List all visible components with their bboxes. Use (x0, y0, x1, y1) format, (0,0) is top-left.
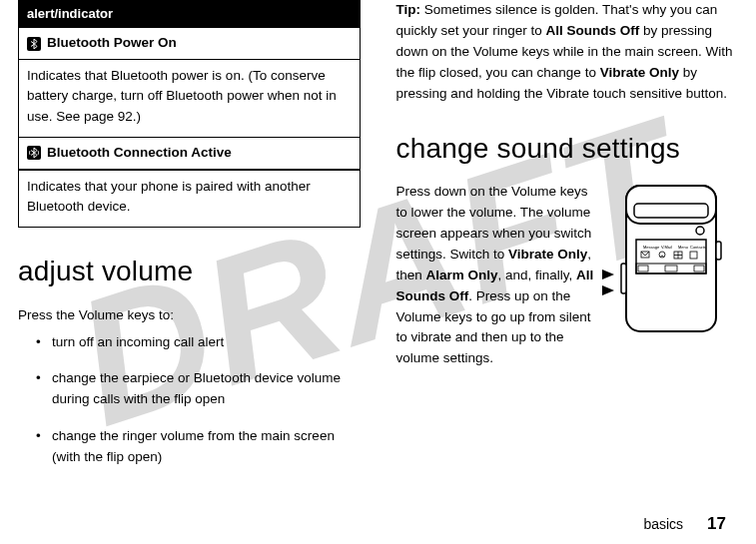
footer-page-number: 17 (707, 514, 726, 534)
svg-rect-16 (716, 242, 721, 260)
svg-rect-15 (621, 264, 626, 293)
phone-svg: Message V.Mail Menu Contacts (608, 184, 728, 333)
table-header: alert/indicator (19, 1, 360, 27)
row-bt-power-title: Bluetooth Power On (47, 33, 177, 54)
row-bt-active-title: Bluetooth Connection Active (47, 143, 232, 164)
list-item: change the ringer volume from the main s… (36, 426, 361, 468)
row-bt-active-header: Bluetooth Connection Active (19, 137, 360, 170)
term-vibrate-only: Vibrate Only (508, 247, 587, 262)
tip-label: Tip: (396, 2, 421, 17)
phone-figure: Message V.Mail Menu Contacts (608, 184, 738, 333)
footer-section: basics (643, 516, 683, 532)
right-column: Tip: Sometimes silence is golden. That's… (396, 0, 739, 509)
label-vmail: V.Mail (661, 245, 672, 250)
page-columns: alert/indicator Bluetooth Power On Indic… (0, 0, 756, 509)
bluetooth-power-icon (27, 37, 41, 51)
label-menu: Menu (678, 245, 688, 250)
row-bt-power-body: Indicates that Bluetooth power is on. (T… (19, 60, 360, 137)
arrow-icon (602, 285, 614, 295)
row-bt-power-header: Bluetooth Power On (19, 27, 360, 60)
volume-bullets: turn off an incoming call alert change t… (36, 332, 361, 469)
adjust-volume-intro: Press the Volume keys to: (18, 305, 361, 326)
heading-change-sound: change sound settings (396, 127, 739, 170)
label-message: Message (643, 245, 660, 250)
list-item: turn off an incoming call alert (36, 332, 361, 353)
phone-illustration: Message V.Mail Menu Contacts (608, 184, 738, 333)
left-column: alert/indicator Bluetooth Power On Indic… (18, 0, 361, 509)
term-all-sounds-off: All Sounds Off (546, 23, 640, 38)
heading-adjust-volume: adjust volume (18, 250, 361, 292)
tip-paragraph: Tip: Sometimes silence is golden. That's… (396, 0, 739, 105)
list-item: change the earpiece or Bluetooth device … (36, 368, 361, 410)
indicator-table: alert/indicator Bluetooth Power On Indic… (18, 0, 361, 228)
bluetooth-active-icon (27, 146, 41, 160)
term-vibrate-only: Vibrate Only (600, 65, 679, 80)
p1-c: , and, finally, (498, 268, 577, 282)
arrow-icon (602, 270, 614, 279)
label-contacts: Contacts (690, 245, 706, 250)
term-alarm-only: Alarm Only (426, 268, 498, 282)
page-footer: basics 17 (643, 514, 726, 534)
row-bt-active-body: Indicates that your phone is paired with… (19, 170, 360, 228)
